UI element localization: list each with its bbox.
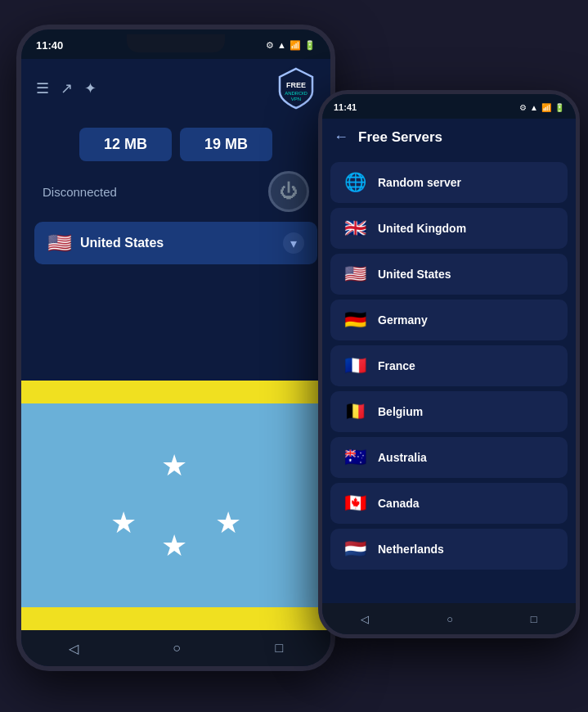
- stars-group: ★ ★ ★ ★: [102, 440, 249, 571]
- status-time-1: 11:40: [36, 39, 63, 52]
- svg-text:FREE: FREE: [286, 81, 306, 89]
- header-icons: ☰ ↗ ✦: [36, 79, 97, 97]
- svg-text:ANDROID: ANDROID: [285, 91, 307, 96]
- server-item-random[interactable]: 🌐 Random server: [330, 162, 568, 203]
- status-icons-1: ⚙ ▲ 📶 🔋: [266, 40, 316, 51]
- back-arrow-icon[interactable]: ←: [334, 128, 348, 146]
- status-icons-2: ⚙ ▲ 📶 🔋: [519, 103, 564, 112]
- settings-status-icon2: ⚙: [519, 103, 527, 112]
- uk-flag-icon: 🇬🇧: [342, 218, 368, 239]
- wifi-status-icon2: ▲: [530, 103, 538, 112]
- server-item-be[interactable]: 🇧🇪 Belgium: [330, 391, 568, 432]
- random-flag-icon: 🌐: [342, 172, 368, 193]
- server-name-de: Germany: [378, 313, 428, 327]
- server-item-uk[interactable]: 🇬🇧 United Kingdom: [330, 208, 568, 249]
- star-top: ★: [161, 448, 187, 483]
- svg-text:VPN: VPN: [291, 97, 301, 101]
- location-selector[interactable]: 🇺🇸 United States ▾: [34, 222, 317, 264]
- server-name-random: Random server: [378, 176, 461, 189]
- server-item-ca[interactable]: 🇨🇦 Canada: [330, 483, 568, 524]
- server-item-fr[interactable]: 🇫🇷 France: [330, 345, 568, 386]
- phone1: 11:40 ⚙ ▲ 📶 🔋 ☰ ↗ ✦ FREE: [16, 25, 335, 671]
- scene: 11:40 ⚙ ▲ 📶 🔋 ☰ ↗ ✦ FREE: [0, 0, 588, 712]
- disconnect-status: Disconnected: [43, 185, 117, 199]
- power-button[interactable]: ⏻: [268, 171, 309, 212]
- signal-icon: 📶: [290, 40, 301, 51]
- us-flag-icon: 🇺🇸: [342, 264, 368, 285]
- battery-icon: 🔋: [304, 40, 316, 51]
- server-name-be: Belgium: [378, 405, 423, 418]
- server-item-us[interactable]: 🇺🇸 United States: [330, 254, 568, 295]
- phone2: 11:41 ⚙ ▲ 📶 🔋 ← Free Servers 🌐 Random se…: [318, 90, 580, 638]
- server-list: 🌐 Random server 🇬🇧 United Kingdom 🇺🇸 Uni…: [322, 155, 576, 603]
- server-item-nl[interactable]: 🇳🇱 Netherlands: [330, 529, 568, 570]
- flag-banner: ★ ★ ★ ★: [21, 381, 330, 630]
- server-item-au[interactable]: 🇦🇺 Australia: [330, 437, 568, 478]
- fr-flag-icon: 🇫🇷: [342, 355, 368, 376]
- status-bar-2: 11:41 ⚙ ▲ 📶 🔋: [322, 94, 576, 119]
- wifi-status-icon: ▲: [277, 40, 286, 50]
- server-name-us: United States: [378, 268, 451, 281]
- flag-yellow-bottom: [21, 607, 330, 630]
- stars-icon[interactable]: ✦: [84, 79, 97, 97]
- app-header-1: ☰ ↗ ✦ FREE ANDROID VPN: [21, 59, 330, 118]
- upload-stat[interactable]: 19 MB: [180, 128, 272, 161]
- star-right: ★: [215, 506, 241, 540]
- back-nav-btn-2[interactable]: ◁: [361, 613, 369, 625]
- app-content: 12 MB 19 MB Disconnected ⏻ 🇺🇸 United Sta…: [21, 118, 330, 377]
- phone1-notch: [127, 34, 225, 52]
- de-flag-icon: 🇩🇪: [342, 309, 368, 331]
- settings-status-icon: ⚙: [266, 40, 274, 51]
- menu-icon[interactable]: ☰: [36, 79, 49, 97]
- recent-nav-btn-2[interactable]: □: [531, 613, 537, 625]
- recent-nav-btn[interactable]: □: [276, 641, 284, 656]
- connect-row: Disconnected ⏻: [34, 171, 317, 212]
- flag-blue: ★ ★ ★ ★: [21, 403, 330, 607]
- status-time-2: 11:41: [334, 102, 357, 112]
- back-nav-btn[interactable]: ◁: [69, 641, 79, 656]
- phone1-nav: ◁ ○ □: [21, 630, 330, 666]
- server-item-de[interactable]: 🇩🇪 Germany: [330, 300, 568, 340]
- logo-area: FREE ANDROID VPN: [276, 67, 316, 110]
- signal-icon2: 📶: [541, 103, 551, 112]
- au-flag-icon: 🇦🇺: [342, 447, 368, 468]
- server-name-nl: Netherlands: [378, 543, 444, 556]
- server-name-fr: France: [378, 359, 415, 372]
- battery-icon2: 🔋: [554, 103, 564, 112]
- flag-yellow-top: [21, 381, 330, 403]
- chevron-down-icon: ▾: [283, 232, 304, 254]
- home-nav-btn[interactable]: ○: [173, 641, 181, 656]
- star-left: ★: [110, 506, 137, 540]
- home-nav-btn-2[interactable]: ○: [447, 613, 453, 625]
- server-name-ca: Canada: [378, 497, 420, 510]
- stats-row: 12 MB 19 MB: [34, 128, 317, 161]
- share-icon[interactable]: ↗: [61, 79, 73, 97]
- power-icon: ⏻: [280, 181, 298, 202]
- download-stat[interactable]: 12 MB: [79, 128, 172, 161]
- selected-flag: 🇺🇸: [47, 232, 72, 255]
- server-header: ← Free Servers: [322, 119, 576, 155]
- ca-flag-icon: 🇨🇦: [342, 493, 368, 514]
- selected-location: United States: [80, 236, 275, 250]
- server-name-au: Australia: [378, 451, 427, 464]
- logo-shield-icon: FREE ANDROID VPN: [276, 67, 316, 110]
- server-name-uk: United Kingdom: [378, 222, 466, 235]
- phone2-nav: ◁ ○ □: [322, 603, 576, 634]
- star-bottom: ★: [161, 529, 187, 563]
- be-flag-icon: 🇧🇪: [342, 401, 368, 422]
- server-list-title: Free Servers: [358, 129, 442, 146]
- nl-flag-icon: 🇳🇱: [342, 539, 368, 560]
